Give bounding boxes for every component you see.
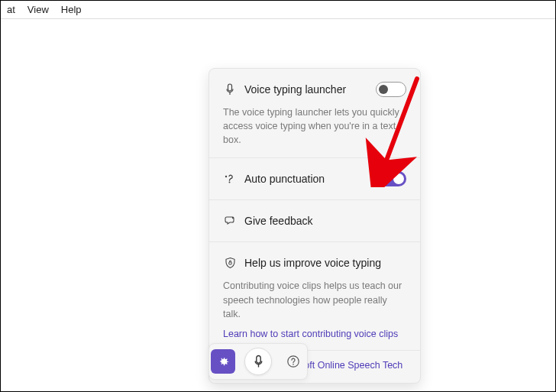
autopunct-toggle[interactable] [376,171,406,186]
improve-label: Help us improve voice typing [244,257,406,269]
feedback-section[interactable]: Give feedback [209,200,420,242]
svg-rect-3 [228,262,231,264]
autopunct-section: Auto punctuation [209,158,420,200]
svg-point-5 [293,364,294,365]
help-icon [286,355,300,368]
improve-section: Help us improve voice typing Contributin… [209,242,420,350]
help-button[interactable] [281,349,305,374]
punctuation-icon [223,173,237,184]
mic-button[interactable] [244,348,272,375]
svg-point-1 [229,182,231,183]
menubar: at View Help [1,1,555,19]
gear-icon [216,355,230,368]
voice-typing-settings-panel: Voice typing launcher The voice typing l… [208,68,421,384]
improve-desc: Contributing voice clips helps us teach … [223,279,406,320]
microphone-icon [223,83,237,96]
svg-point-0 [225,176,227,177]
menu-item-view[interactable]: View [21,2,55,17]
autopunct-label: Auto punctuation [244,173,368,185]
launcher-label: Voice typing launcher [244,83,368,96]
launcher-section: Voice typing launcher The voice typing l… [209,69,420,158]
settings-button[interactable] [211,349,235,374]
feedback-icon [223,215,237,226]
feedback-label: Give feedback [244,215,406,227]
menu-item-help[interactable]: Help [55,2,88,17]
microphone-icon [253,355,264,368]
menu-item-at[interactable]: at [1,2,21,17]
launcher-toggle[interactable] [376,82,406,97]
shield-lock-icon [223,257,237,269]
svg-point-4 [288,356,299,367]
improve-learn-link[interactable]: Learn how to start contributing voice cl… [223,329,406,339]
voice-typing-toolbar [208,343,308,380]
svg-point-2 [232,217,234,219]
launcher-desc: The voice typing launcher lets you quick… [223,105,406,147]
